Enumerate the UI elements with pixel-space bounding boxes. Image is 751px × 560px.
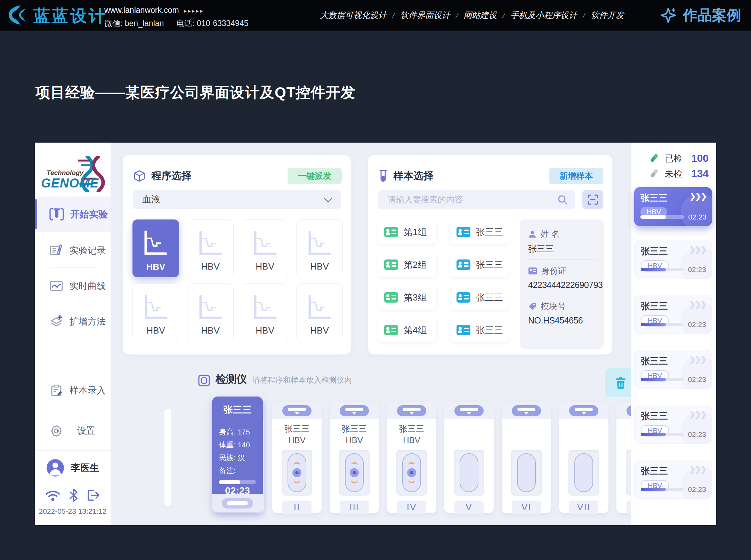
bluetooth-icon[interactable] bbox=[69, 489, 78, 502]
group-card[interactable]: 第3组 bbox=[378, 285, 436, 310]
connectivity-row bbox=[45, 489, 101, 502]
add-sample-button[interactable]: 新增样本 bbox=[549, 168, 603, 184]
website-url[interactable]: www.lanlanwork.com▸▸▸▸▸ bbox=[104, 6, 204, 15]
group-card[interactable]: 第4组 bbox=[378, 318, 436, 342]
blood-type-select[interactable]: 血液 bbox=[133, 190, 341, 209]
panel-title: 程序选择 bbox=[151, 169, 192, 183]
sidebar-item-experiment-records[interactable]: 实验记录 bbox=[35, 238, 111, 263]
sample-card[interactable]: 张三三 bbox=[450, 253, 509, 277]
top-nav-item[interactable]: 软件开发 bbox=[591, 10, 624, 21]
unchecked-count: 134 bbox=[691, 168, 709, 179]
queue-card[interactable]: 张三三 ❯❯❯ HBV 02:23 bbox=[634, 350, 712, 389]
group-badge-icon bbox=[384, 325, 398, 335]
group-card[interactable]: 第2组 bbox=[378, 253, 436, 277]
sidebar-item-amplification[interactable]: 扩增方法 bbox=[35, 309, 111, 334]
program-card[interactable]: HBV bbox=[132, 283, 179, 341]
wifi-icon[interactable] bbox=[45, 489, 60, 502]
test-tube-box-icon bbox=[49, 207, 64, 222]
queue-card[interactable]: 张三三 ❯❯❯ HBV 02:23 bbox=[634, 240, 712, 279]
progress-bar bbox=[641, 488, 684, 491]
program-card[interactable]: HBV bbox=[242, 219, 288, 277]
name-value: 张三三 bbox=[528, 243, 596, 255]
test-tube-icon bbox=[379, 169, 388, 183]
id-card-icon bbox=[528, 267, 537, 275]
group-label: 第4组 bbox=[404, 324, 427, 336]
program-card[interactable]: HBV bbox=[187, 219, 234, 277]
website-arrows-icon: ▸▸▸▸▸ bbox=[184, 8, 204, 14]
queue-card[interactable]: 张三三 ❯❯❯ HBV 02:23 bbox=[634, 295, 712, 334]
ethnic-field: 民族: 汉 bbox=[219, 453, 245, 463]
cassette-well bbox=[282, 450, 312, 496]
user-profile[interactable]: 李医生 bbox=[47, 459, 99, 477]
sample-search[interactable] bbox=[378, 190, 575, 209]
detector-slot[interactable]: V bbox=[444, 402, 494, 513]
works-link[interactable]: 作品案例 bbox=[659, 0, 741, 31]
program-card[interactable]: HBV bbox=[296, 219, 343, 277]
logo-text-technology: Technology bbox=[47, 169, 83, 177]
detector-icon bbox=[198, 375, 210, 386]
slot-number: VI bbox=[512, 501, 541, 514]
program-card[interactable]: HBV bbox=[242, 283, 288, 341]
top-nav-item[interactable]: 手机及小程序设计 bbox=[510, 10, 577, 21]
search-icon[interactable] bbox=[557, 194, 568, 205]
sidebar-item-settings[interactable]: 设置 bbox=[35, 418, 111, 443]
program-panel-header: 程序选择 bbox=[133, 169, 192, 183]
sidebar-item-start-experiment[interactable]: 开始实验 bbox=[35, 197, 111, 232]
slot-header bbox=[272, 402, 322, 419]
progress-bar bbox=[640, 215, 684, 219]
group-badge-icon bbox=[384, 292, 398, 303]
slot-sample-name: 张三三 bbox=[330, 423, 379, 434]
sample-card[interactable]: 张三三 bbox=[450, 285, 509, 310]
sample-card[interactable]: 张三三 bbox=[450, 318, 509, 342]
detector-slot[interactable]: VI bbox=[502, 402, 551, 513]
top-nav-item[interactable]: 大数据可视化设计 bbox=[320, 10, 387, 21]
sidebar-item-label: 样本录入 bbox=[70, 384, 106, 397]
slot-number: VII bbox=[569, 501, 598, 514]
detector-slot[interactable]: VII bbox=[559, 402, 608, 513]
cassette-icon bbox=[288, 453, 306, 492]
time-remaining: 02:23 bbox=[688, 430, 706, 439]
unchecked-stat: 未检 134 bbox=[648, 168, 709, 179]
tag-icon bbox=[528, 302, 536, 311]
detector-slot[interactable]: 张三三 HBV IV bbox=[387, 402, 436, 513]
sidebar-item-realtime-curve[interactable]: 实时曲线 bbox=[35, 273, 111, 298]
sample-badge-icon bbox=[457, 292, 470, 303]
scrolled-card-edge bbox=[164, 409, 171, 506]
scan-button[interactable] bbox=[582, 190, 603, 209]
queue-card-active[interactable]: 张三三 ❯❯❯ HBV 02:23 bbox=[634, 187, 712, 226]
unchecked-label: 未检 bbox=[665, 168, 682, 179]
detector-slot[interactable]: 张三三 HBV III bbox=[330, 402, 379, 513]
detector-slot[interactable]: 张三三 HBV II bbox=[272, 402, 322, 513]
slot-latch-icon bbox=[512, 405, 541, 416]
search-input[interactable] bbox=[387, 194, 557, 205]
program-card-label: HBV bbox=[187, 325, 233, 336]
active-sample-card[interactable]: 张三三 身高: 175 体重: 140 民族: 汉 备注: 02:23 bbox=[212, 397, 263, 512]
time-remaining: 02:23 bbox=[688, 485, 706, 494]
page-title: 项目经验——某医疗公司界面设计及QT控件开发 bbox=[35, 83, 355, 102]
sample-name: 张三三 bbox=[476, 291, 503, 304]
group-card[interactable]: 第1组 bbox=[378, 220, 436, 244]
program-card[interactable]: HBV bbox=[296, 283, 343, 341]
top-nav-item[interactable]: 软件界面设计 bbox=[400, 10, 450, 21]
group-label: 第3组 bbox=[404, 291, 427, 304]
record-document-icon bbox=[49, 243, 63, 257]
queue-card[interactable]: 张三三 ❯❯❯ HBV 02:23 bbox=[634, 460, 712, 499]
active-sample-name: 张三三 bbox=[212, 403, 263, 416]
program-card-label: HBV bbox=[187, 261, 233, 272]
program-card[interactable]: HBV bbox=[187, 283, 234, 341]
slot-base bbox=[212, 494, 263, 512]
sample-card[interactable]: 张三三 bbox=[450, 220, 509, 244]
time-remaining: 02:23 bbox=[688, 265, 706, 274]
logout-icon[interactable] bbox=[87, 489, 101, 502]
sidebar-item-sample-entry[interactable]: 样本录入 bbox=[35, 378, 111, 403]
program-card-label: HBV bbox=[132, 262, 179, 272]
queue-card[interactable]: 张三三 ❯❯❯ HBV 02:23 bbox=[634, 405, 712, 444]
dispatch-button[interactable]: 一键派发 bbox=[288, 168, 342, 184]
program-card-label: HBV bbox=[133, 325, 179, 336]
layers-plus-icon bbox=[49, 314, 63, 328]
brand-name: 蓝蓝设计 bbox=[33, 5, 107, 27]
user-name: 李医生 bbox=[71, 462, 99, 474]
program-card-selected[interactable]: HBV bbox=[132, 219, 179, 277]
top-nav-item[interactable]: 网站建设 bbox=[463, 10, 497, 21]
slot-header bbox=[559, 402, 608, 419]
